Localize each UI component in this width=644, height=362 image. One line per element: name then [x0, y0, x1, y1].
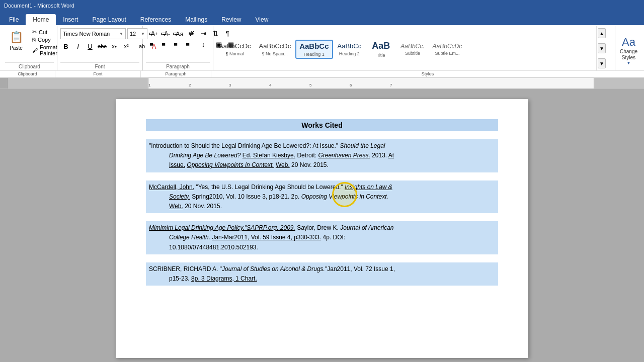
styles-scroll-up[interactable]: ▲	[598, 28, 606, 38]
ruler-left-margin	[8, 78, 148, 88]
paste-label: Paste	[10, 45, 23, 51]
paragraph-bottom-label: Paragraph	[141, 71, 211, 77]
italic-button[interactable]: I	[72, 41, 84, 51]
title-bar: Document1 - Microsoft Word	[0, 0, 644, 11]
tab-references[interactable]: References	[133, 14, 178, 25]
tab-mailings[interactable]: Mailings	[178, 14, 214, 25]
document-area: Works Cited "Introduction to Should the …	[0, 89, 644, 362]
ruler-mark-2: 3	[229, 83, 231, 87]
style-no-spacing-preview: AaBbCcDc	[259, 42, 291, 50]
clipboard-label: Clipboard	[5, 62, 54, 69]
align-left-button[interactable]: ≡	[146, 39, 157, 49]
cut-icon: ✂	[32, 29, 37, 35]
citation-4-line-1: SCRIBNER, RICHARD A. "Journal of Studies…	[149, 264, 495, 274]
font-family-value: Times New Roman	[63, 31, 118, 37]
ruler-mark-1: 2	[189, 83, 191, 87]
copy-button[interactable]: ⎘ Copy	[30, 36, 59, 43]
citation-3-line-1: Mimimim Legal Drinking Age Policy."SAPRP…	[149, 223, 495, 233]
ruler-mark-3: 4	[269, 83, 271, 87]
citation-3-line-3: 10.1080/07448481.2010.502193.	[149, 243, 495, 252]
style-heading2-preview: AaBbCc	[338, 42, 362, 50]
paragraph-group: ≔ ≔ ≔ ⇤ ⇥ ⇅ ¶ ≡ ≡ ≡ ≡ ↕ ▣ ▦ Paragraph	[143, 26, 213, 70]
line-spacing-button[interactable]: ↕	[198, 39, 209, 49]
paragraph-label: Paragraph	[146, 62, 210, 69]
tab-review[interactable]: Review	[214, 14, 248, 25]
style-no-spacing-label: ¶ No Spaci...	[262, 51, 288, 56]
style-subtitle-label: Subtitle	[405, 51, 420, 56]
citation-2-line-2: Society. Spring2010, Vol. 10 Issue 3, p1…	[149, 192, 495, 202]
citation-3: Mimimim Legal Drinking Age Policy."SAPRP…	[146, 221, 498, 254]
justify-button[interactable]: ≡	[182, 39, 193, 49]
style-heading1[interactable]: AaBbCc Heading 1	[295, 40, 333, 59]
style-subtitle[interactable]: AaBbCc. Subtitle	[397, 41, 428, 57]
styles-group-label-wrap	[607, 26, 615, 70]
font-label: Font	[60, 62, 139, 69]
format-painter-label: Format Painter	[40, 44, 57, 56]
citation-3-line-2: College Health. Jan-Mar2011, Vol. 59 Iss…	[149, 233, 495, 242]
styles-scroll-down[interactable]: ▼	[598, 43, 606, 53]
paste-icon: 📋	[8, 29, 24, 45]
style-subtle-em[interactable]: AaBbCcDc Subtle Em...	[429, 41, 466, 57]
tab-page-layout[interactable]: Page Layout	[85, 14, 133, 25]
app-title: Document1 - Microsoft Word	[4, 3, 74, 9]
citation-2-line-3: Web. 20 Nov. 2015.	[149, 202, 495, 211]
tab-file[interactable]: File	[2, 14, 26, 25]
clipboard-group: 📋 Paste ✂ Cut ⎘ Copy 🖌 Format Painter	[2, 26, 57, 70]
ribbon: 📋 Paste ✂ Cut ⎘ Copy 🖌 Format Painter	[0, 25, 644, 78]
underline-button[interactable]: U	[85, 41, 96, 51]
tab-bar: File Home Insert Page Layout References …	[0, 11, 644, 25]
citation-1: "Introduction to Should the Legal Drinki…	[146, 139, 498, 172]
works-cited-title: Works Cited	[146, 119, 498, 131]
styles-group: AaBbCcDc ¶ Normal AaBbCcDc ¶ No Spaci...…	[213, 26, 615, 70]
strikethrough-button[interactable]: abc	[97, 41, 108, 51]
align-center-button[interactable]: ≡	[158, 39, 169, 49]
cut-button[interactable]: ✂ Cut	[30, 28, 59, 36]
font-family-selector[interactable]: Times New Roman ▼	[60, 28, 126, 39]
ruler-mark-0: 1	[148, 83, 150, 87]
bold-button[interactable]: B	[60, 41, 71, 51]
style-normal-label: ¶ Normal	[226, 51, 244, 56]
bullets-button[interactable]: ≔	[146, 28, 157, 38]
citation-2: McCardell, John. "Yes, the U.S. Legal Dr…	[146, 180, 498, 214]
citation-1-line-3: Issue. Opposing Viewpoints in Context. W…	[149, 160, 495, 170]
align-right-button[interactable]: ≡	[170, 39, 181, 49]
decrease-indent-button[interactable]: ⇤	[186, 28, 197, 38]
numbering-button[interactable]: ≔	[158, 28, 169, 38]
clipboard-bottom-label: Clipboard	[0, 71, 55, 77]
style-heading2[interactable]: AaBbCc Heading 2	[334, 41, 365, 58]
ruler-mark-6: 7	[390, 83, 392, 87]
tab-insert[interactable]: Insert	[56, 14, 85, 25]
tab-home[interactable]: Home	[26, 14, 56, 25]
increase-indent-button[interactable]: ⇥	[198, 28, 209, 38]
font-group: Times New Roman ▼ 12 ▼ A+ A- Aa ✗ B I U …	[57, 26, 143, 70]
styles-more[interactable]: ▼	[598, 58, 606, 68]
ruler: 1 2 3 4 5 6 7	[0, 78, 644, 89]
style-title[interactable]: AaB Title	[366, 39, 396, 59]
superscript-button[interactable]: x²	[121, 41, 132, 51]
ruler-mark-4: 5	[309, 83, 311, 87]
format-painter-button[interactable]: 🖌 Format Painter	[30, 44, 59, 57]
font-size-value: 12	[130, 31, 140, 37]
style-subtle-em-label: Subtle Em...	[435, 51, 459, 56]
style-heading2-label: Heading 2	[339, 51, 360, 56]
change-styles-icon: Aa	[622, 36, 635, 49]
style-no-spacing[interactable]: AaBbCcDc ¶ No Spaci...	[256, 41, 295, 58]
change-styles-arrow: ▼	[627, 61, 631, 65]
style-normal[interactable]: AaBbCcDc ¶ Normal	[215, 41, 255, 58]
change-styles-label: ChangeStyles	[620, 49, 637, 61]
styles-nav: ▲ ▼ ▼	[596, 26, 607, 70]
tab-view[interactable]: View	[249, 14, 276, 25]
format-painter-icon: 🖌	[32, 47, 38, 53]
font-bottom-label: Font	[55, 71, 141, 77]
ruler-corner	[0, 78, 8, 88]
citation-4-line-2: p15-23. 8p. 3 Diagrams, 1 Chart.	[149, 274, 495, 284]
multilevel-button[interactable]: ≔	[170, 28, 181, 38]
citation-1-line-2: Drinking Age Be Lowered? Ed. Stefan Kies…	[149, 151, 495, 160]
copy-icon: ⎘	[32, 37, 36, 43]
subscript-button[interactable]: x₂	[109, 41, 120, 51]
change-styles-button[interactable]: Aa ChangeStyles ▼	[615, 26, 642, 70]
cut-label: Cut	[39, 29, 47, 35]
style-title-label: Title	[377, 53, 385, 58]
citation-2-line-1: McCardell, John. "Yes, the U.S. Legal Dr…	[149, 183, 495, 192]
paste-button[interactable]: 📋 Paste	[5, 28, 27, 62]
